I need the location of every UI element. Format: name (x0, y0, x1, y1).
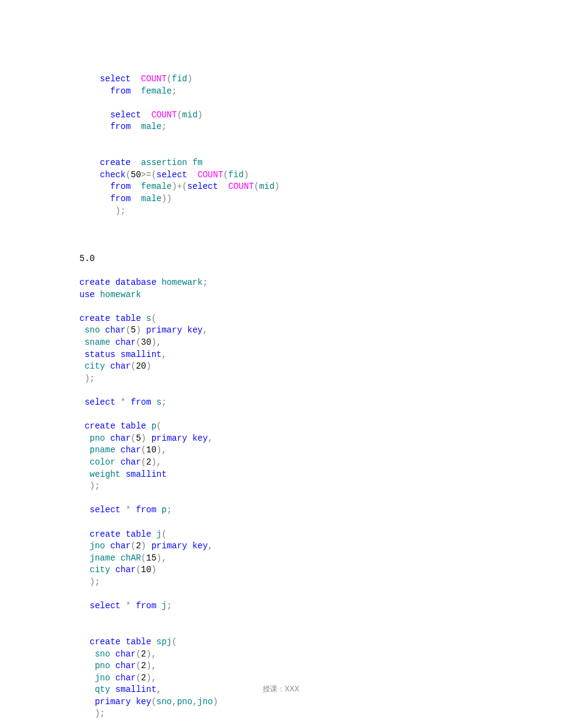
code-token: from (136, 505, 156, 515)
code-line: jno char(2), (79, 672, 562, 685)
code-token: ), (146, 649, 156, 659)
code-token: from (110, 122, 131, 131)
code-line: from male)) (79, 193, 562, 205)
code-token (131, 122, 141, 131)
code-token: COUNT (197, 170, 223, 180)
code-token: ( (151, 314, 156, 323)
code-token: female (141, 86, 172, 96)
code-line: check(50>=(select COUNT(fid) (79, 169, 562, 182)
code-token: table (115, 314, 141, 323)
code-token: 10 (141, 565, 151, 575)
code-line: ); (79, 708, 562, 720)
code-token (131, 74, 141, 84)
code-line: ); (79, 205, 562, 218)
code-token (120, 529, 125, 539)
code-line: create table p( (79, 421, 562, 433)
document-page: select COUNT(fid) from female; select CO… (0, 0, 562, 728)
code-token: >=( (141, 170, 156, 180)
code-token: ; (203, 278, 208, 287)
code-token: fm (192, 158, 203, 167)
code-token: ( (136, 661, 140, 671)
code-token: smallint (126, 469, 167, 479)
code-token: )+( (172, 182, 187, 191)
code-token (151, 397, 156, 407)
code-token (110, 337, 115, 347)
code-line: jno char(2) primary key, (79, 540, 562, 553)
code-token: key (187, 325, 202, 335)
code-line (79, 133, 562, 145)
code-token: status (84, 350, 115, 359)
code-token: smallint (120, 350, 161, 359)
code-line: from male; (79, 121, 562, 133)
code-token: chAR (120, 553, 141, 563)
code-token: ) (244, 170, 249, 180)
code-token: ( (136, 673, 140, 683)
code-token: ), (156, 553, 167, 563)
code-line: select * from j; (79, 600, 562, 612)
code-line (79, 145, 562, 158)
code-token: primary (151, 541, 188, 551)
code-token: from (110, 86, 131, 96)
code-line: ); (79, 576, 562, 589)
code-line: select * from p; (79, 504, 562, 517)
code-token: 5 (136, 433, 140, 443)
code-token (110, 278, 115, 287)
code-token: ( (126, 325, 131, 335)
code-token: ; (172, 86, 177, 96)
code-token: select (187, 182, 217, 191)
code-token: ) (213, 697, 218, 707)
code-token: select (110, 110, 140, 120)
code-token (187, 158, 192, 167)
code-line: from female; (79, 86, 562, 98)
code-token: select (84, 397, 115, 407)
code-token: select (100, 74, 131, 84)
code-line: weight smallint (79, 469, 562, 481)
code-token: char (115, 337, 136, 347)
code-token: jno (197, 697, 213, 707)
code-token: table (120, 421, 146, 431)
code-token: ); (90, 577, 100, 587)
code-token: create (79, 314, 110, 323)
code-token (115, 421, 120, 431)
code-token (110, 314, 115, 323)
code-token: 20 (136, 361, 146, 371)
code-token: pname (90, 445, 115, 455)
code-token: 2 (136, 541, 140, 551)
code-token: p (161, 505, 166, 515)
code-token: ( (161, 529, 166, 539)
code-token (151, 529, 156, 539)
code-line: create table spj( (79, 636, 562, 649)
code-line: color char(2), (79, 457, 562, 469)
code-token: key (192, 541, 208, 551)
code-token: ; (161, 122, 166, 131)
code-line (79, 229, 562, 241)
code-token: ), (146, 673, 156, 683)
code-line (79, 493, 562, 505)
code-token: key (192, 433, 208, 443)
sql-code-block: select COUNT(fid) from female; select CO… (0, 73, 562, 728)
code-token: weight (90, 469, 120, 479)
code-token: char (120, 445, 141, 455)
code-token: check (100, 170, 126, 180)
code-token: 2 (141, 673, 146, 683)
code-line (79, 589, 562, 601)
code-token: char (120, 457, 141, 467)
code-token: use (79, 290, 95, 300)
code-token: male (141, 194, 162, 204)
code-line: primary key(sno,pno,jno) (79, 696, 562, 708)
code-token: ; (167, 505, 172, 515)
code-line (79, 217, 562, 229)
code-token: char (110, 433, 131, 443)
code-token: fid (228, 170, 244, 180)
code-token: ( (136, 565, 140, 575)
code-token: create (100, 158, 131, 167)
code-token: ( (156, 421, 161, 431)
code-token (120, 469, 125, 479)
code-token: sno (95, 649, 110, 659)
code-token: jname (90, 553, 115, 563)
code-token: ); (90, 481, 100, 491)
code-line: sno char(5) primary key, (79, 325, 562, 337)
code-token: table (126, 529, 151, 539)
code-line: create table j( (79, 529, 562, 541)
code-token (115, 553, 120, 563)
